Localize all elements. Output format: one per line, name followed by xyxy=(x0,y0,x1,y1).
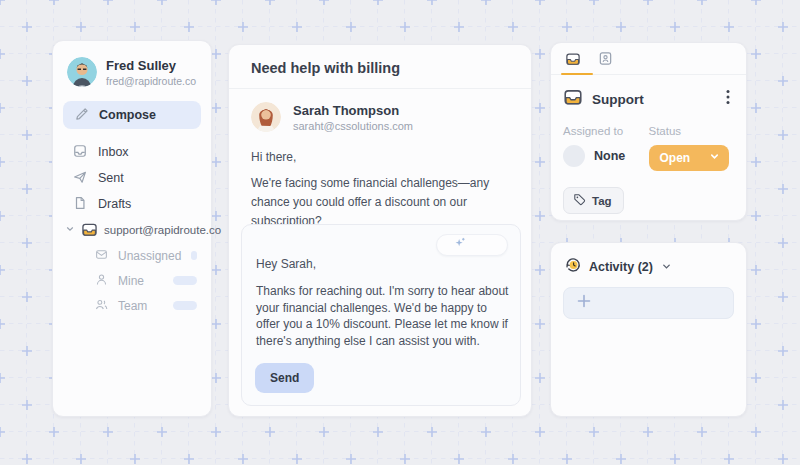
sender-email: saraht@cssolutions.com xyxy=(293,120,413,132)
assigned-to-label: Assigned to xyxy=(563,125,649,137)
sidebar-mailbox-support[interactable]: support@rapidroute.co xyxy=(61,217,203,243)
message-paragraph: Hi there, xyxy=(251,148,509,167)
sidebar-item-label: Team xyxy=(118,299,147,313)
shared-inbox-icon xyxy=(81,222,98,239)
sidebar-item-drafts[interactable]: Drafts xyxy=(61,191,203,217)
assigned-to-field: Assigned to None xyxy=(563,125,649,171)
ai-assist-button[interactable] xyxy=(436,234,508,256)
details-tabs xyxy=(551,43,746,75)
inbox-icon xyxy=(73,144,87,161)
activity-header[interactable]: Activity (2) xyxy=(563,255,734,287)
thread-title: Need help with billing xyxy=(229,45,531,88)
sender-avatar xyxy=(251,102,281,132)
envelope-icon xyxy=(95,248,108,264)
message-body: Hi there, We're facing some financial ch… xyxy=(229,142,531,231)
plus-icon xyxy=(576,293,592,313)
sidebar-item-unassigned[interactable]: Unassigned xyxy=(61,243,203,268)
mailbox-label: support@rapidroute.co xyxy=(104,224,221,236)
compose-button[interactable]: Compose xyxy=(63,101,201,129)
user-avatar xyxy=(67,57,97,87)
add-activity-input[interactable] xyxy=(563,287,734,319)
reply-greeting[interactable]: Hey Sarah, xyxy=(256,257,506,271)
sidebar-item-label: Drafts xyxy=(98,197,131,211)
count-badge xyxy=(173,276,197,285)
sidebar-item-team[interactable]: Team xyxy=(61,293,203,318)
document-icon xyxy=(73,196,87,213)
pencil-icon xyxy=(75,107,89,124)
reply-composer[interactable]: Hey Sarah, Thanks for reaching out. I'm … xyxy=(241,224,521,406)
send-button[interactable]: Send xyxy=(255,363,314,393)
shared-inbox-icon xyxy=(563,88,583,110)
add-tag-button[interactable]: Tag xyxy=(563,187,624,214)
compose-label: Compose xyxy=(99,108,156,122)
sidebar-item-mine[interactable]: Mine xyxy=(61,268,203,293)
count-badge xyxy=(191,251,197,260)
activity-panel: Activity (2) xyxy=(550,242,747,417)
sparkle-icon xyxy=(453,236,467,254)
message-paragraph: We're facing some financial challenges—a… xyxy=(251,174,509,231)
reply-body[interactable]: Thanks for reaching out. I'm sorry to he… xyxy=(256,283,510,349)
tag-label: Tag xyxy=(592,195,612,207)
conversation-details-panel: Support Assigned to None Status Open xyxy=(550,42,747,221)
status-field: Status Open xyxy=(649,125,735,171)
sidebar-item-label: Mine xyxy=(118,274,144,288)
sender-name: Sarah Thompson xyxy=(293,103,413,118)
sidebar-item-label: Sent xyxy=(98,171,124,185)
sidebar-item-sent[interactable]: Sent xyxy=(61,165,203,191)
thread-panel: Need help with billing Sarah Thompson sa… xyxy=(228,44,532,417)
assignee-name: None xyxy=(594,149,625,163)
kebab-menu-icon[interactable] xyxy=(722,87,734,111)
history-clock-icon xyxy=(565,257,581,277)
chevron-down-icon xyxy=(709,151,720,165)
chevron-down-icon xyxy=(65,224,75,236)
active-tab-indicator xyxy=(561,73,593,75)
message-sender: Sarah Thompson saraht@cssolutions.com xyxy=(229,89,531,142)
user-name: Fred Sulley xyxy=(106,58,196,73)
support-header: Support xyxy=(551,75,746,121)
sidebar-item-label: Inbox xyxy=(98,145,129,159)
status-value: Open xyxy=(660,151,691,165)
sidebar-item-label: Unassigned xyxy=(118,249,181,263)
assignee-selector[interactable]: None xyxy=(563,145,649,167)
inbox-title: Support xyxy=(592,92,644,107)
chevron-down-icon xyxy=(661,258,672,276)
send-icon xyxy=(73,170,87,187)
user-profile[interactable]: Fred Sulley fred@rapidroute.co xyxy=(61,55,203,99)
people-icon xyxy=(95,298,108,314)
status-label: Status xyxy=(649,125,735,137)
user-email: fred@rapidroute.co xyxy=(106,75,196,87)
tab-inbox[interactable] xyxy=(565,52,581,66)
count-badge xyxy=(173,301,197,310)
activity-title: Activity (2) xyxy=(589,260,653,274)
person-icon xyxy=(95,273,108,289)
status-dropdown[interactable]: Open xyxy=(649,145,729,171)
sidebar-item-inbox[interactable]: Inbox xyxy=(61,139,203,165)
detail-fields: Assigned to None Status Open xyxy=(551,121,746,171)
assignee-avatar-placeholder xyxy=(563,145,585,167)
sidebar: Fred Sulley fred@rapidroute.co Compose I… xyxy=(52,40,212,417)
tag-icon xyxy=(573,193,586,208)
tab-contact[interactable] xyxy=(598,51,613,66)
